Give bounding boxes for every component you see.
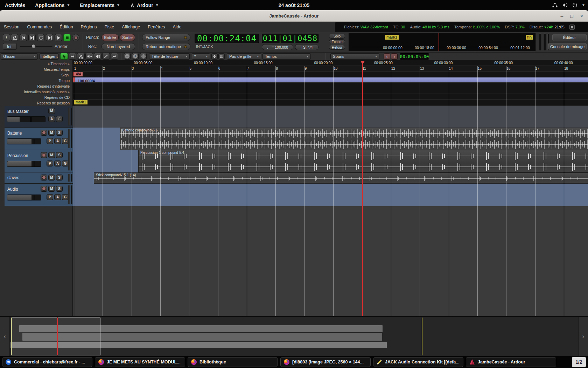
- primary-clock[interactable]: 00:00:24:04: [195, 34, 259, 43]
- track-header-audio[interactable]: Audio M S P A G: [5, 184, 73, 206]
- minimize-button[interactable]: –: [561, 13, 564, 19]
- cd-markers-ruler[interactable]: [73, 94, 588, 100]
- gain-fader[interactable]: [7, 161, 41, 167]
- tempo-marker[interactable]: 100,000/4: [73, 77, 588, 82]
- gain-fader[interactable]: [7, 138, 41, 144]
- nudge-back-button[interactable]: ‹: [384, 53, 390, 60]
- go-start-button[interactable]: [20, 34, 27, 41]
- system-tray[interactable]: ▼: [552, 0, 585, 10]
- desktop-clock[interactable]: 24 août 21:05: [279, 2, 310, 8]
- menu-commandes[interactable]: Commandes: [23, 22, 56, 32]
- feedback-button[interactable]: Retour: [329, 45, 345, 50]
- range-tool-button[interactable]: [69, 53, 76, 60]
- menu-affichage[interactable]: Affichage: [118, 22, 144, 32]
- meter-ruler[interactable]: 4/4: [73, 71, 588, 77]
- close-button[interactable]: ×: [580, 13, 583, 19]
- ruler-label-range-markers[interactable]: Repères d'intervalle: [0, 83, 72, 89]
- location-markers-ruler[interactable]: mark1: [73, 100, 588, 106]
- mini-timeline-playhead[interactable]: [439, 33, 439, 51]
- edit-mode-dropdown[interactable]: Glisser▾: [1, 53, 38, 60]
- automation-button[interactable]: A: [54, 194, 61, 200]
- track-lane-percussion[interactable]: Percussion-1 compound-5.4: [73, 150, 588, 172]
- menu-regions[interactable]: Régions: [77, 22, 101, 32]
- region-batterie[interactable]: Batterie compound-5.6: [120, 128, 588, 150]
- shuttle-handle[interactable]: [31, 44, 36, 48]
- secondary-clock[interactable]: 011|01|0458: [262, 34, 318, 43]
- group-button[interactable]: G: [62, 138, 69, 144]
- stretch-tool-button[interactable]: [85, 53, 93, 60]
- track-header-batterie[interactable]: Batterie M S P A G: [5, 128, 73, 150]
- marker-fin[interactable]: fin: [526, 35, 533, 40]
- draw-tool-button[interactable]: [102, 53, 110, 60]
- audition-tool-button[interactable]: [94, 53, 102, 60]
- loop-punch-ruler[interactable]: [73, 88, 588, 94]
- track-lane-claves[interactable]: Stick compound-15.1 (14): [73, 172, 588, 184]
- editor-button[interactable]: Éditeur: [552, 34, 587, 41]
- solo-button[interactable]: S: [56, 186, 63, 192]
- taskbar-window-ardour[interactable]: JambeCassée - Ardour: [466, 357, 556, 367]
- automation-button[interactable]: A: [48, 116, 55, 122]
- ruler-label-measures[interactable]: Mesures:Temps: [0, 67, 72, 72]
- playhead-marker[interactable]: [360, 61, 365, 64]
- mute-button[interactable]: M: [48, 175, 55, 180]
- ruler-label-cd-markers[interactable]: Repères de CD: [0, 95, 72, 100]
- ruler-label-timecode[interactable]: « Timecode »: [0, 61, 72, 67]
- auto-return-button[interactable]: Retour automatique: [142, 43, 190, 50]
- grab-tool-button[interactable]: [60, 53, 68, 60]
- summary-playhead[interactable]: [57, 318, 58, 355]
- track-header-claves[interactable]: claves M S: [5, 172, 73, 184]
- tempo-button[interactable]: ♩ = 100,000: [262, 44, 293, 50]
- shuttle-slider[interactable]: [20, 46, 52, 47]
- smart-mode-button[interactable]: Intelligent: [39, 53, 59, 60]
- follow-range-button[interactable]: Follow Range: [142, 34, 190, 41]
- note-length-dropdown[interactable]: *▾: [192, 53, 210, 60]
- ruler-canvas[interactable]: 00:00:00:0000:00:05:0000:00:10:0000:00:1…: [73, 60, 588, 106]
- measures-ruler[interactable]: 123456789101112131415161718: [73, 66, 588, 71]
- edit-internal-tool-button[interactable]: [111, 53, 118, 60]
- automation-button[interactable]: A: [54, 138, 61, 144]
- mixer-button[interactable]: Console de mixage: [548, 43, 587, 50]
- snap-mode-dropdown[interactable]: Pas de grille▾: [227, 53, 261, 60]
- record-arm-button[interactable]: [41, 175, 47, 180]
- play-selection-button[interactable]: [46, 34, 53, 41]
- record-button[interactable]: [72, 34, 79, 41]
- location-marker-mark1[interactable]: mark1: [74, 100, 88, 104]
- track-header-bus-master[interactable]: Bus Master M A G: [5, 106, 73, 128]
- track-lane-audio[interactable]: [73, 184, 588, 206]
- metronome-button[interactable]: [11, 34, 18, 41]
- menu-fenetres[interactable]: Fenêtres: [144, 22, 169, 32]
- playhead[interactable]: [362, 62, 363, 316]
- status-indicator-icon[interactable]: [569, 25, 575, 30]
- zoom-out-button[interactable]: −: [124, 53, 131, 60]
- mute-button[interactable]: M: [48, 108, 55, 114]
- automation-button[interactable]: A: [54, 161, 61, 166]
- applications-menu[interactable]: Applications▼: [30, 0, 75, 10]
- edit-point-dropdown[interactable]: Tête de lecture▾: [149, 53, 190, 60]
- track-lane-batterie[interactable]: Batterie compound-5.6: [73, 128, 588, 150]
- taskbar-window-thunderbird[interactable]: Commercial - chlebars@free.fr - ...: [2, 357, 92, 367]
- solo-button[interactable]: S: [56, 130, 63, 136]
- zoom-focus-button[interactable]: [218, 53, 225, 60]
- summary-scroll-right-button[interactable]: ›: [578, 317, 588, 356]
- cut-tool-button[interactable]: [77, 53, 85, 60]
- sync-source-button[interactable]: Int.: [3, 43, 17, 50]
- menu-edition[interactable]: Édition: [56, 22, 77, 32]
- grid-unit-dropdown[interactable]: Temps▾: [262, 53, 311, 60]
- range-markers-ruler[interactable]: [73, 83, 588, 88]
- workspace-pager[interactable]: 1/2: [572, 357, 586, 367]
- solo-button[interactable]: Solo: [329, 34, 345, 39]
- punch-in-button[interactable]: Entrée: [102, 34, 119, 41]
- ruler-label-location-markers[interactable]: Repères de position: [0, 100, 72, 106]
- taskbar-window-firefox[interactable]: [dl8803 (Image JPEG, 2560 × 144...: [280, 357, 371, 367]
- record-arm-button[interactable]: [41, 152, 47, 158]
- marker-mark1[interactable]: mark1: [385, 35, 399, 40]
- meter-marker[interactable]: 4/4: [73, 72, 83, 76]
- places-menu[interactable]: Emplacements▼: [75, 0, 125, 10]
- mini-timeline[interactable]: 00:00:00:0000:00:18:0000:00:36:0000:00:5…: [349, 33, 536, 51]
- nudge-forward-button[interactable]: ›: [391, 53, 398, 60]
- menu-session[interactable]: Session: [0, 22, 23, 32]
- window-titlebar[interactable]: JambeCassée - Ardour – □ ×: [0, 10, 588, 22]
- fit-vertical-button[interactable]: [211, 53, 218, 60]
- tempo-ruler[interactable]: 100,000/4: [73, 77, 588, 83]
- record-mode-button[interactable]: Non-Layered: [102, 43, 135, 50]
